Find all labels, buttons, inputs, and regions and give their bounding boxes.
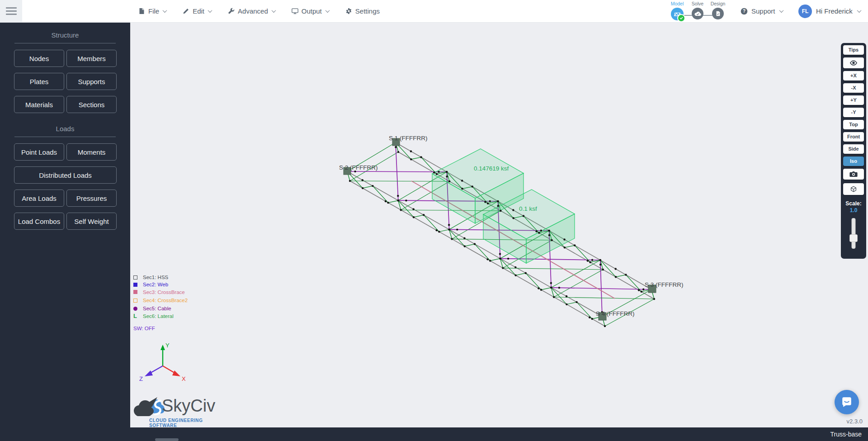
z-axis-label: Z [139,375,143,382]
sidebar-button-row: MaterialsSections [14,96,117,113]
horizontal-scrollbar-thumb[interactable] [155,438,179,441]
menu-advanced[interactable]: Advanced [228,7,275,15]
y-axis-arrow [160,345,165,350]
sidebar-button-distributed-loads[interactable]: Distributed Loads [14,166,117,184]
sidebar-button-moments[interactable]: Moments [66,143,117,161]
skyciv-tagline: CLOUD ENGINEERING SOFTWARE [149,418,231,428]
workflow-step-design[interactable]: Design [708,1,728,19]
truss-icon [671,8,684,20]
legend-label: Sec1: HSS [143,275,168,280]
menu-output[interactable]: Output [292,7,329,15]
view-button-plusminus-x[interactable]: +X [843,71,864,81]
hamburger-menu-button[interactable] [0,0,22,22]
chevron-down-icon [163,8,167,13]
view-button-plusminus-y[interactable]: +Y [843,95,864,105]
view-button-camera-icon[interactable] [843,169,864,180]
view-button-minus-x[interactable]: -X [843,83,864,93]
chat-button[interactable] [835,390,859,414]
section-legend: Sec1: HSSSec2: WebSec3: CrossBraceSec4: … [133,274,188,320]
sidebar-button-plates[interactable]: Plates [14,73,64,90]
skyciv-wordmark: SkyCiv [162,396,215,416]
sidebar-button-pressures[interactable]: Pressures [66,190,117,207]
x-axis-arrow [172,370,180,376]
wrench-icon [228,8,235,14]
legend-marker-circle [133,307,138,311]
menu-label: File [148,7,159,15]
sidebar-button-row: Load CombosSelf Weight [14,213,117,230]
workflow-step-solve[interactable]: Solve [688,1,708,19]
sidebar-button-load-combos[interactable]: Load Combos [14,213,64,230]
sidebar: StructureNodesMembersPlatesSupportsMater… [0,22,130,427]
z-axis-arrow [145,370,153,376]
main-menu: FileEditAdvancedOutputSettings [138,0,380,22]
pencil-icon [183,8,189,14]
view-button-front[interactable]: Front [843,132,864,142]
sidebar-button-point-loads[interactable]: Point Loads [14,143,64,161]
view-button-iso[interactable]: Iso [843,156,864,166]
menu-label: Edit [193,7,204,15]
sidebar-button-self-weight[interactable]: Self Weight [66,213,117,230]
project-name: Truss-base [830,427,862,441]
workflow-step-model[interactable]: Model [667,1,687,20]
menu-label: Output [302,7,322,15]
avatar: FL [798,5,812,18]
chat-bubble-icon [841,396,853,408]
view-toolbar: Tips+X-X+Y-YTopFrontSideIsoScale:1.0 [841,43,866,259]
view-button-minus-y[interactable]: -Y [843,108,864,117]
sidebar-button-row: Distributed Loads [14,166,117,184]
legend-label: Sec4: CrossBrace2 [143,298,188,303]
view-button-eye-icon[interactable] [843,57,864,68]
workflow-step-label: Model [667,1,687,6]
scale-slider-track[interactable] [852,218,856,249]
app-version: v2.3.0 [847,418,863,425]
area-load-label: 0.1 ksf [519,205,537,212]
help-icon: ? [741,8,748,15]
menu-file[interactable]: File [138,7,166,15]
chevron-down-icon [208,8,212,13]
legend-item: Sec4: CrossBrace2 [133,297,188,304]
support-menu[interactable]: ? Support [741,0,783,22]
skyciv-app: FileEditAdvancedOutputSettings ModelSolv… [0,0,868,441]
view-button-cube-icon[interactable] [843,183,864,195]
sidebar-button-members[interactable]: Members [66,50,117,67]
menu-label: Settings [355,7,380,15]
divider [14,137,116,137]
view-button-top[interactable]: Top [843,120,864,129]
sidebar-button-materials[interactable]: Materials [14,96,64,113]
sidebar-button-nodes[interactable]: Nodes [14,50,64,67]
chevron-down-icon [857,8,861,13]
chevron-down-icon [325,8,330,13]
model-canvas[interactable]: 0.147619 ksf0.1 ksfS 1 (FFFFRR)S 2 (FFFF… [130,22,868,427]
legend-marker-square [133,290,138,294]
menu-settings[interactable]: Settings [345,7,380,15]
view-button-side[interactable]: Side [843,144,864,154]
sidebar-button-area-loads[interactable]: Area Loads [14,190,64,207]
user-greeting: Hi Frederick [816,7,853,15]
chevron-down-icon [271,8,276,13]
scale-slider[interactable] [841,217,866,252]
support-label: S 2 (FFFFRR) [339,164,378,171]
axis-triad: Y Z X [136,339,189,385]
scale-value: 1.0 [841,207,866,213]
legend-item: Sec1: HSS [133,274,188,281]
legend-item: Sec5: Cable [133,305,188,312]
support-label: Support [751,7,775,15]
cloud-icon [692,8,703,19]
divider [14,43,116,43]
legend-marker-letter-L: L [133,314,138,318]
view-button-tips[interactable]: Tips [843,45,864,55]
support-label: S 4 (FFFFRR) [596,310,635,317]
support-label: S 1 (FFFFRR) [389,135,428,142]
skyciv-logo: SkyCiv CLOUD ENGINEERING SOFTWARE [132,395,231,427]
truss-3d-view[interactable]: 0.147619 ksf0.1 ksfS 1 (FFFFRR)S 2 (FFFF… [130,22,868,427]
document-icon [712,8,724,19]
menu-edit[interactable]: Edit [183,7,212,15]
sidebar-button-row: NodesMembers [14,50,117,67]
workflow-steps: ModelSolveDesign [665,1,732,22]
sidebar-button-row: PlatesSupports [14,73,117,90]
top-bar: FileEditAdvancedOutputSettings ModelSolv… [0,0,868,23]
sidebar-button-sections[interactable]: Sections [66,96,117,113]
user-menu[interactable]: FL Hi Frederick [798,0,861,22]
sidebar-button-supports[interactable]: Supports [66,73,117,90]
scale-slider-thumb[interactable] [849,234,858,242]
